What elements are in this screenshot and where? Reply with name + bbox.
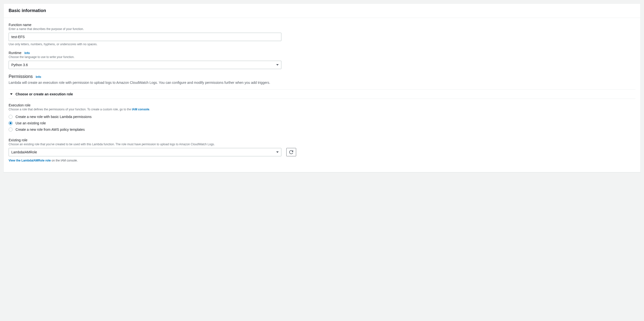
- iam-console-link[interactable]: IAM console: [132, 108, 150, 111]
- runtime-select[interactable]: Python 3.6: [8, 61, 282, 69]
- radio-create-new-basic[interactable]: Create a new role with basic Lambda perm…: [8, 114, 636, 120]
- panel-header: Basic information: [4, 4, 640, 18]
- permissions-heading: Permissions: [8, 74, 33, 79]
- radio-icon: [8, 128, 12, 132]
- permissions-description: Lambda will create an execution role wit…: [8, 81, 636, 85]
- function-name-hint: Enter a name that describes the purpose …: [8, 27, 636, 31]
- existing-role-label: Existing role: [8, 138, 27, 142]
- expander-label: Choose or create an execution role: [16, 92, 73, 96]
- function-name-group: Function name Enter a name that describe…: [8, 23, 636, 46]
- view-role-suffix: on the IAM console.: [51, 159, 78, 162]
- refresh-button[interactable]: [286, 148, 296, 156]
- caret-down-icon: [276, 64, 279, 66]
- view-role-link[interactable]: View the LambdaIAMRole role: [8, 159, 51, 162]
- view-role-row: View the LambdaIAMRole role on the IAM c…: [8, 159, 636, 162]
- panel-body: Function name Enter a name that describe…: [4, 18, 640, 172]
- basic-information-panel: Basic information Function name Enter a …: [4, 3, 640, 172]
- radio-label: Create a new role with basic Lambda perm…: [16, 115, 92, 119]
- runtime-hint: Choose the language to use to write your…: [8, 55, 636, 59]
- caret-down-icon: [10, 93, 12, 95]
- execution-role-section: Execution role Choose a role that define…: [8, 103, 636, 133]
- existing-role-section: Existing role Choose an existing role th…: [8, 138, 636, 162]
- radio-icon: [8, 115, 12, 119]
- radio-icon: [8, 121, 12, 125]
- radio-create-from-template[interactable]: Create a new role from AWS policy templa…: [8, 126, 636, 133]
- execution-role-expander[interactable]: Choose or create an execution role: [8, 89, 636, 99]
- function-name-label: Function name: [8, 23, 32, 27]
- execution-role-hint-prefix: Choose a role that defines the permissio…: [8, 108, 132, 111]
- function-name-input-wrapper[interactable]: [8, 33, 282, 41]
- runtime-selected-value: Python 3.6: [11, 63, 274, 67]
- runtime-info-link[interactable]: Info: [24, 51, 30, 55]
- function-name-input[interactable]: [11, 35, 279, 39]
- caret-down-icon: [276, 152, 279, 153]
- function-name-helper: Use only letters, numbers, hyphens, or u…: [8, 42, 636, 46]
- radio-use-existing[interactable]: Use an existing role: [8, 120, 636, 126]
- existing-role-hint: Choose an existing role that you've crea…: [8, 143, 636, 146]
- permissions-info-link[interactable]: Info: [36, 75, 41, 79]
- refresh-icon: [289, 150, 293, 154]
- runtime-label: Runtime: [8, 51, 22, 55]
- radio-label: Create a new role from AWS policy templa…: [16, 128, 85, 132]
- execution-role-hint-suffix: .: [149, 108, 150, 111]
- existing-role-selected-value: LambdaIAMRole: [11, 150, 274, 154]
- execution-role-label: Execution role: [8, 103, 30, 107]
- existing-role-select[interactable]: LambdaIAMRole: [8, 148, 282, 156]
- runtime-group: Runtime Info Choose the language to use …: [8, 51, 636, 69]
- panel-title: Basic information: [8, 8, 636, 13]
- radio-label: Use an existing role: [16, 121, 46, 125]
- permissions-group: Permissions Info Lambda will create an e…: [8, 74, 636, 162]
- execution-role-hint: Choose a role that defines the permissio…: [8, 108, 636, 111]
- execution-role-radio-group: Create a new role with basic Lambda perm…: [8, 114, 636, 133]
